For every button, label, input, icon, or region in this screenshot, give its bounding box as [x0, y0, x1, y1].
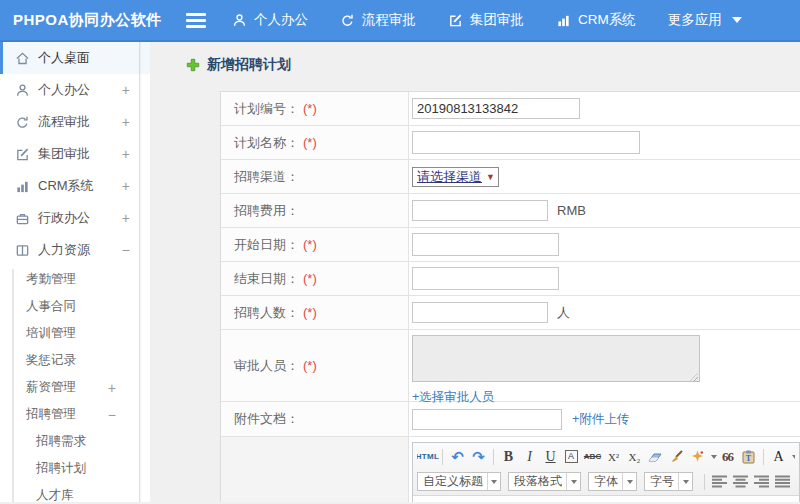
sidebar-item-recruit-mgmt[interactable]: 招聘管理 −	[0, 401, 150, 428]
sidebar-item-recruit-demand[interactable]: 招聘需求	[0, 428, 150, 455]
expand-toggle[interactable]: +	[122, 114, 130, 130]
sidebar-item-group-approval[interactable]: 集团审批 +	[0, 138, 150, 170]
sidebar-item-talent-pool[interactable]: 人才库	[0, 482, 150, 502]
color-wand-icon[interactable]	[689, 447, 706, 466]
dropdown-value: 自定义标题	[423, 473, 483, 490]
caret-down-icon	[487, 473, 500, 490]
expand-toggle[interactable]: +	[122, 82, 130, 98]
cost-input[interactable]	[412, 200, 548, 221]
paste-icon[interactable]: T	[740, 447, 757, 466]
sidebar-item-training-mgmt[interactable]: 培训管理	[0, 320, 150, 347]
expand-toggle[interactable]: +	[108, 380, 116, 396]
undo-button[interactable]: ↶	[449, 447, 466, 466]
form-row-end-date: 结束日期： (*)	[221, 262, 800, 296]
format-brush-icon[interactable]	[668, 447, 685, 466]
end-date-input[interactable]	[412, 267, 559, 290]
topbar: PHPOA协同办公软件 个人办公 流程审批 集团审批	[0, 0, 800, 42]
nav-label: CRM系统	[578, 11, 636, 29]
plan-no-input[interactable]	[412, 98, 580, 119]
required-mark: (*)	[303, 271, 317, 286]
field-label: 计划编号：	[234, 100, 299, 118]
font-size-dropdown[interactable]: 字号	[644, 472, 693, 491]
hamburger-menu-icon[interactable]	[186, 13, 206, 28]
approvers-textarea[interactable]	[412, 335, 700, 382]
sidebar-item-attendance-mgmt[interactable]: 考勤管理	[0, 266, 150, 293]
custom-heading-dropdown[interactable]: 自定义标题	[417, 472, 501, 491]
underline-button[interactable]: U	[542, 447, 559, 466]
dropdown-value: 段落格式	[514, 473, 562, 490]
expand-toggle[interactable]: +	[122, 210, 130, 226]
editor-content-area[interactable]	[413, 496, 799, 502]
sidebar-item-crm-system[interactable]: CRM系统 +	[0, 170, 150, 202]
eraser-icon[interactable]	[647, 447, 664, 466]
nav-personal-office[interactable]: 个人办公	[232, 11, 308, 29]
attachment-upload-link[interactable]: +附件上传	[572, 411, 629, 428]
field-label-cell: 附件文档：	[221, 402, 409, 436]
align-left-icon[interactable]	[711, 472, 728, 491]
sidebar-item-label: 招聘管理	[26, 406, 76, 423]
sidebar-item-salary-mgmt[interactable]: 薪资管理 +	[0, 374, 150, 401]
sidebar-item-recruit-plan[interactable]: 招聘计划	[0, 455, 150, 482]
superscript-button[interactable]: X²	[605, 447, 622, 466]
sidebar-item-admin-office[interactable]: 行政办公 +	[0, 202, 150, 234]
char-border-button[interactable]: A	[565, 450, 578, 463]
sidebar-item-human-resources[interactable]: 人力资源 −	[0, 234, 150, 266]
channel-select[interactable]: 请选择渠道 ▼	[412, 167, 499, 187]
flow-icon	[340, 13, 355, 28]
align-center-icon[interactable]	[732, 472, 749, 491]
sidebar-item-label: 集团审批	[38, 145, 90, 163]
dropdown-value: 字号	[650, 473, 674, 490]
form-row-plan-name: 计划名称： (*)	[221, 126, 800, 160]
editor-toolbar-row-1: HTML ↶ ↷ B I U A ABC	[417, 444, 795, 469]
italic-button[interactable]: I	[521, 447, 538, 466]
field-label: 招聘渠道：	[234, 168, 299, 186]
headcount-input[interactable]	[412, 302, 548, 323]
field-label-cell: 结束日期： (*)	[221, 262, 409, 295]
bold-button[interactable]: B	[500, 447, 517, 466]
redo-button[interactable]: ↷	[470, 447, 487, 466]
currency-suffix: RMB	[557, 203, 586, 218]
sidebar-item-personal-desktop[interactable]: 个人桌面	[0, 42, 150, 74]
nav-label: 集团审批	[470, 11, 524, 29]
nav-crm-system[interactable]: CRM系统	[556, 11, 636, 29]
expand-toggle[interactable]: −	[108, 407, 116, 423]
nav-group-approval[interactable]: 集团审批	[448, 11, 524, 29]
blockquote-button[interactable]: 66	[719, 447, 736, 466]
sidebar-item-personal-office[interactable]: 个人办公 +	[0, 74, 150, 106]
form-row-editor: HTML ↶ ↷ B I U A ABC	[221, 437, 800, 502]
attachment-input[interactable]	[412, 409, 562, 430]
subscript-button[interactable]: X₂	[626, 447, 643, 466]
nav-more-apps[interactable]: 更多应用	[668, 11, 742, 29]
edit-icon	[448, 13, 463, 28]
html-source-button[interactable]: HTML	[419, 447, 436, 466]
expand-toggle[interactable]: −	[122, 242, 130, 258]
form-row-plan-no: 计划编号： (*)	[221, 92, 800, 126]
paragraph-format-dropdown[interactable]: 段落格式	[508, 472, 581, 491]
font-family-dropdown[interactable]: 字体	[588, 472, 637, 491]
align-right-icon[interactable]	[753, 472, 770, 491]
form-row-start-date: 开始日期： (*)	[221, 228, 800, 262]
caret-down-icon[interactable]	[792, 455, 795, 459]
plan-name-input[interactable]	[412, 131, 640, 154]
font-color-button[interactable]: A	[770, 447, 787, 466]
strikethrough-button[interactable]: ABC	[584, 447, 601, 466]
align-justify-icon[interactable]	[774, 472, 791, 491]
sidebar-item-workflow-approval[interactable]: 流程审批 +	[0, 106, 150, 138]
briefcase-icon	[15, 211, 30, 226]
nav-workflow-approval[interactable]: 流程审批	[340, 11, 416, 29]
caret-down-icon[interactable]	[711, 455, 717, 459]
field-label: 计划名称：	[234, 134, 299, 152]
field-label: 审批人员：	[234, 357, 299, 375]
home-icon	[15, 51, 30, 66]
required-mark: (*)	[303, 305, 317, 320]
start-date-input[interactable]	[412, 233, 559, 256]
flow-icon	[15, 115, 30, 130]
sidebar-item-label: 行政办公	[38, 209, 90, 227]
main-content: 新增招聘计划 计划编号： (*) 计划名称： (*)	[150, 42, 800, 502]
expand-toggle[interactable]: +	[122, 178, 130, 194]
sidebar-item-reward-punishment[interactable]: 奖惩记录	[0, 347, 150, 374]
field-label-cell: 招聘人数： (*)	[221, 296, 409, 329]
required-mark: (*)	[303, 101, 317, 116]
expand-toggle[interactable]: +	[122, 146, 130, 162]
sidebar-item-hr-contract[interactable]: 人事合同	[0, 293, 150, 320]
